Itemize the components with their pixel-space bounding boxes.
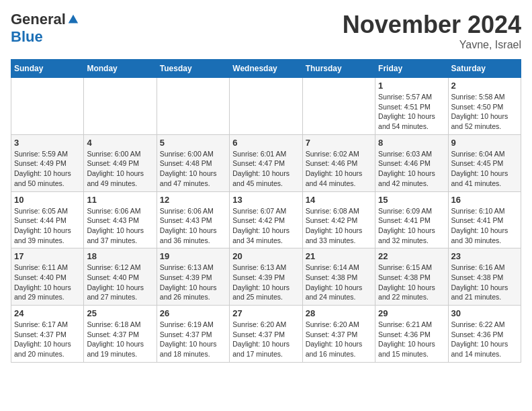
day-info: Sunrise: 6:08 AMSunset: 4:42 PMDaylight:… [306, 206, 372, 246]
day-info: Sunrise: 6:02 AMSunset: 4:46 PMDaylight:… [306, 149, 372, 189]
day-info: Sunrise: 6:17 AMSunset: 4:37 PMDaylight:… [14, 320, 81, 359]
calendar-cell: 22Sunrise: 6:15 AMSunset: 4:38 PMDayligh… [375, 248, 448, 306]
day-info: Sunrise: 6:05 AMSunset: 4:44 PMDaylight:… [14, 206, 81, 246]
calendar-cell: 9Sunrise: 6:04 AMSunset: 4:45 PMDaylight… [448, 134, 521, 191]
day-number: 30 [451, 308, 518, 318]
day-info: Sunrise: 6:00 AMSunset: 4:49 PMDaylight:… [87, 149, 153, 189]
week-row-3: 10Sunrise: 6:05 AMSunset: 4:44 PMDayligh… [11, 191, 521, 248]
day-number: 5 [160, 138, 226, 148]
day-number: 19 [160, 251, 226, 261]
calendar-cell: 3Sunrise: 5:59 AMSunset: 4:49 PMDaylight… [11, 134, 84, 191]
calendar-cell: 24Sunrise: 6:17 AMSunset: 4:37 PMDayligh… [11, 306, 84, 363]
calendar-cell [84, 78, 157, 135]
calendar-cell [157, 78, 229, 135]
day-number: 13 [232, 195, 299, 205]
month-title: November 2024 [343, 11, 521, 39]
header-wednesday: Wednesday [230, 60, 302, 78]
day-number: 10 [14, 195, 81, 205]
header-sunday: Sunday [11, 60, 84, 78]
day-info: Sunrise: 6:14 AMSunset: 4:38 PMDaylight:… [306, 263, 372, 302]
calendar-cell [230, 78, 302, 135]
day-info: Sunrise: 5:57 AMSunset: 4:51 PMDaylight:… [378, 92, 445, 132]
day-info: Sunrise: 5:58 AMSunset: 4:50 PMDaylight:… [451, 92, 518, 132]
day-number: 29 [378, 308, 445, 318]
header-thursday: Thursday [302, 60, 375, 78]
calendar-cell: 12Sunrise: 6:06 AMSunset: 4:43 PMDayligh… [157, 191, 229, 248]
calendar-cell: 15Sunrise: 6:09 AMSunset: 4:41 PMDayligh… [375, 191, 448, 248]
calendar-cell: 5Sunrise: 6:00 AMSunset: 4:48 PMDaylight… [157, 134, 229, 191]
day-number: 16 [451, 195, 518, 205]
header-saturday: Saturday [448, 60, 521, 78]
day-number: 4 [87, 138, 153, 148]
calendar-cell: 23Sunrise: 6:16 AMSunset: 4:38 PMDayligh… [448, 248, 521, 306]
logo-blue-text: Blue [11, 28, 43, 46]
calendar-cell: 21Sunrise: 6:14 AMSunset: 4:38 PMDayligh… [302, 248, 375, 306]
day-info: Sunrise: 6:03 AMSunset: 4:46 PMDaylight:… [378, 149, 445, 189]
calendar-cell: 25Sunrise: 6:18 AMSunset: 4:37 PMDayligh… [84, 306, 157, 363]
calendar-cell: 10Sunrise: 6:05 AMSunset: 4:44 PMDayligh… [11, 191, 84, 248]
calendar-cell: 28Sunrise: 6:20 AMSunset: 4:37 PMDayligh… [302, 306, 375, 363]
day-info: Sunrise: 6:13 AMSunset: 4:39 PMDaylight:… [232, 263, 299, 302]
calendar-cell: 14Sunrise: 6:08 AMSunset: 4:42 PMDayligh… [302, 191, 375, 248]
day-number: 28 [306, 308, 372, 318]
day-info: Sunrise: 6:12 AMSunset: 4:40 PMDaylight:… [87, 263, 153, 302]
calendar-cell: 19Sunrise: 6:13 AMSunset: 4:39 PMDayligh… [157, 248, 229, 306]
calendar-cell: 17Sunrise: 6:11 AMSunset: 4:40 PMDayligh… [11, 248, 84, 306]
calendar-cell: 16Sunrise: 6:10 AMSunset: 4:41 PMDayligh… [448, 191, 521, 248]
title-block: November 2024 Yavne, Israel [343, 11, 521, 51]
day-info: Sunrise: 6:13 AMSunset: 4:39 PMDaylight:… [160, 263, 226, 302]
calendar-cell: 7Sunrise: 6:02 AMSunset: 4:46 PMDaylight… [302, 134, 375, 191]
day-number: 8 [378, 138, 445, 148]
day-number: 22 [378, 251, 445, 261]
calendar-cell: 18Sunrise: 6:12 AMSunset: 4:40 PMDayligh… [84, 248, 157, 306]
day-info: Sunrise: 6:10 AMSunset: 4:41 PMDaylight:… [451, 206, 518, 246]
calendar-cell: 27Sunrise: 6:20 AMSunset: 4:37 PMDayligh… [230, 306, 302, 363]
calendar-cell: 4Sunrise: 6:00 AMSunset: 4:49 PMDaylight… [84, 134, 157, 191]
day-number: 24 [14, 308, 81, 318]
day-number: 12 [160, 195, 226, 205]
day-number: 3 [14, 138, 81, 148]
day-info: Sunrise: 6:00 AMSunset: 4:48 PMDaylight:… [160, 149, 226, 189]
page-header: General Blue November 2024 Yavne, Israel [11, 11, 521, 51]
calendar-cell: 26Sunrise: 6:19 AMSunset: 4:37 PMDayligh… [157, 306, 229, 363]
logo: General Blue [11, 11, 79, 46]
location: Yavne, Israel [343, 39, 521, 51]
calendar-cell: 6Sunrise: 6:01 AMSunset: 4:47 PMDaylight… [230, 134, 302, 191]
calendar-cell: 11Sunrise: 6:06 AMSunset: 4:43 PMDayligh… [84, 191, 157, 248]
day-info: Sunrise: 6:06 AMSunset: 4:43 PMDaylight:… [160, 206, 226, 246]
calendar-cell: 20Sunrise: 6:13 AMSunset: 4:39 PMDayligh… [230, 248, 302, 306]
week-row-5: 24Sunrise: 6:17 AMSunset: 4:37 PMDayligh… [11, 306, 521, 363]
calendar-cell: 29Sunrise: 6:21 AMSunset: 4:36 PMDayligh… [375, 306, 448, 363]
day-number: 18 [87, 251, 153, 261]
day-number: 6 [232, 138, 299, 148]
calendar-cell [302, 78, 375, 135]
calendar-table: SundayMondayTuesdayWednesdayThursdayFrid… [11, 59, 521, 363]
day-info: Sunrise: 6:15 AMSunset: 4:38 PMDaylight:… [378, 263, 445, 302]
day-number: 21 [306, 251, 372, 261]
day-info: Sunrise: 6:20 AMSunset: 4:37 PMDaylight:… [306, 320, 372, 359]
day-info: Sunrise: 6:20 AMSunset: 4:37 PMDaylight:… [232, 320, 299, 359]
day-info: Sunrise: 6:06 AMSunset: 4:43 PMDaylight:… [87, 206, 153, 246]
calendar-cell: 13Sunrise: 6:07 AMSunset: 4:42 PMDayligh… [230, 191, 302, 248]
day-info: Sunrise: 6:11 AMSunset: 4:40 PMDaylight:… [14, 263, 81, 302]
day-number: 17 [14, 251, 81, 261]
header-tuesday: Tuesday [157, 60, 229, 78]
day-number: 1 [378, 81, 445, 91]
calendar-cell: 8Sunrise: 6:03 AMSunset: 4:46 PMDaylight… [375, 134, 448, 191]
day-number: 26 [160, 308, 226, 318]
calendar-cell: 2Sunrise: 5:58 AMSunset: 4:50 PMDaylight… [448, 78, 521, 135]
logo-icon [67, 13, 79, 26]
day-info: Sunrise: 6:04 AMSunset: 4:45 PMDaylight:… [451, 149, 518, 189]
day-number: 14 [306, 195, 372, 205]
day-info: Sunrise: 6:01 AMSunset: 4:47 PMDaylight:… [232, 149, 299, 189]
day-number: 23 [451, 251, 518, 261]
day-info: Sunrise: 6:16 AMSunset: 4:38 PMDaylight:… [451, 263, 518, 302]
logo-general-text: General [11, 11, 66, 28]
week-row-4: 17Sunrise: 6:11 AMSunset: 4:40 PMDayligh… [11, 248, 521, 306]
week-row-1: 1Sunrise: 5:57 AMSunset: 4:51 PMDaylight… [11, 78, 521, 135]
header-monday: Monday [84, 60, 157, 78]
day-number: 27 [232, 308, 299, 318]
calendar-header: SundayMondayTuesdayWednesdayThursdayFrid… [11, 60, 521, 78]
day-info: Sunrise: 6:19 AMSunset: 4:37 PMDaylight:… [160, 320, 226, 359]
calendar-cell: 30Sunrise: 6:22 AMSunset: 4:36 PMDayligh… [448, 306, 521, 363]
